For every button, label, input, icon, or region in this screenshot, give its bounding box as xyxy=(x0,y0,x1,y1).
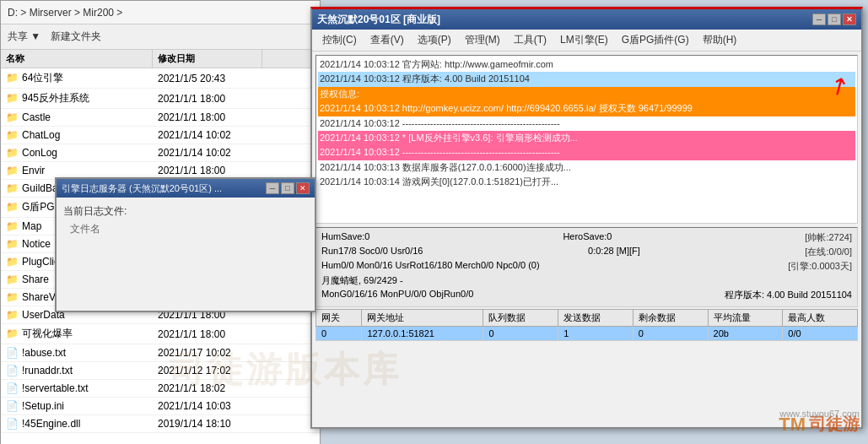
log-line: 2021/1/14 10:03:12 ---------------------… xyxy=(318,145,855,160)
ping-status: [帅帐:2724] xyxy=(805,231,852,244)
status-bar: HumSave:0 HeroSave:0 [帅帐:2724] Run17/8 S… xyxy=(315,227,858,307)
file-row[interactable]: 📄!servertable.txt 2021/1/1 18:02 xyxy=(1,380,320,398)
menu-item[interactable]: 控制(C) xyxy=(315,31,364,49)
current-log-label: 当前日志文件: xyxy=(63,204,308,219)
file-date: 2019/1/14 18:10 xyxy=(153,417,262,430)
file-name: 📄!Setup.ini xyxy=(1,399,153,413)
hum-save: HumSave:0 xyxy=(321,231,369,244)
small-window-content: 当前日志文件: 文件名 xyxy=(57,198,315,243)
time-info: 0:0:28 [M][F] xyxy=(588,246,640,258)
log-lines-container: 2021/1/14 10:03:12 官方网站: http://www.game… xyxy=(318,57,855,190)
file-row[interactable]: 📄!runaddr.txt 2021/1/12 17:02 xyxy=(1,362,320,380)
explorer-toolbar: 共享 ▼ 新建文件夹 xyxy=(1,24,320,50)
engine-status: [引擎:0.0003天] xyxy=(788,260,852,273)
file-row[interactable]: 📄!45Engine.dll 2019/1/14 18:10 xyxy=(1,415,320,433)
network-header-row: 网关网关地址队列数据发送数据剩余数据平均流量最高人数 xyxy=(316,310,858,327)
status-row-2: Run17/8 Soc0/0 Usr0/16 0:0:28 [M][F] [在线… xyxy=(321,246,852,258)
status-row-5: MonG0/16/16 MonPU/0/0 ObjRun0/0 程序版本: 4.… xyxy=(321,289,852,301)
file-row[interactable]: 📁ConLog 2021/1/14 10:02 xyxy=(1,144,320,162)
file-date: 2021/1/5 20:43 xyxy=(153,72,262,85)
new-folder-button[interactable]: 新建文件夹 xyxy=(51,30,101,44)
net-address: 127.0.0.1:51821 xyxy=(362,327,483,341)
file-row[interactable]: 📁ChatLog 2021/1/14 10:02 xyxy=(1,127,320,144)
col-header-name: 名称 xyxy=(1,50,153,68)
mon-pu: MonG0/16/16 MonPU/0/0 ObjRun0/0 xyxy=(321,289,473,301)
network-data-row[interactable]: 0 127.0.0.1:51821 0 1 0 20b 0/0 xyxy=(316,327,858,341)
net-queue: 0 xyxy=(483,327,558,341)
small-minimize-btn[interactable]: ─ xyxy=(266,182,279,194)
menu-item[interactable]: 选项(P) xyxy=(411,31,458,49)
share-button[interactable]: 共享 ▼ xyxy=(8,30,40,44)
status-row-3: Hum0/0 Mon0/16 UsrRot16/180 Merch0/0 Npc… xyxy=(321,260,852,273)
file-date: 2021/1/1 18:00 xyxy=(153,111,262,124)
file-date: 2021/1/12 17:02 xyxy=(153,364,262,377)
file-row[interactable]: 📁64位引擎 2021/1/5 20:43 xyxy=(1,68,320,89)
file-name: 📁945反外挂系统 xyxy=(1,90,153,106)
network-table-header: 最高人数 xyxy=(783,310,858,327)
app-menubar: 控制(C)查看(V)选项(P)管理(M)工具(T)LM引擎(E)G盾PG插件(G… xyxy=(312,30,861,51)
file-date: 2021/1/17 10:02 xyxy=(153,346,262,360)
menu-item[interactable]: 帮助(H) xyxy=(696,31,744,49)
small-log-window: 引擎日志服务器 (天煞沉默20号01区) ... ─ □ ✕ 当前日志文件: 文… xyxy=(55,177,316,312)
small-window-controls: ─ □ ✕ xyxy=(266,182,310,194)
menu-item[interactable]: G盾PG插件(G) xyxy=(615,31,696,49)
watermark-url: www.stuyou67.com xyxy=(779,409,860,419)
file-name: 📁Castle xyxy=(1,111,153,124)
app-log-area[interactable]: 2021/1/14 10:03:12 官方网站: http://www.game… xyxy=(315,55,858,224)
file-date: 2021/1/1 18:00 xyxy=(153,328,262,341)
file-date: 2021/1/14 10:02 xyxy=(153,146,262,160)
file-name: 📄!abuse.txt xyxy=(1,346,153,360)
network-table-head: 网关网关地址队列数据发送数据剩余数据平均流量最高人数 xyxy=(316,310,858,327)
close-button[interactable]: ✕ xyxy=(843,14,856,25)
filename-value: 文件名 xyxy=(70,222,308,236)
small-close-btn[interactable]: ✕ xyxy=(296,182,310,194)
file-row[interactable]: 📁945反外挂系统 2021/1/1 18:00 xyxy=(1,89,320,109)
net-max-users: 0/0 xyxy=(783,327,858,341)
minimize-button[interactable]: ─ xyxy=(812,14,826,25)
menu-item[interactable]: 查看(V) xyxy=(364,31,411,49)
file-date: 2021/1/1 18:00 xyxy=(153,92,262,106)
moon-worm: 月魔蜻蜓, 69/2429 - xyxy=(321,274,403,287)
network-table-header: 剩余数据 xyxy=(633,310,708,327)
file-name: 📄!45Engine.dll xyxy=(1,417,153,430)
menu-item[interactable]: 工具(T) xyxy=(507,31,553,49)
file-name: 📄!runaddr.txt xyxy=(1,364,153,377)
file-row[interactable]: 📁可视化爆率 2021/1/1 18:00 xyxy=(1,324,320,344)
net-send: 1 xyxy=(558,327,633,341)
log-line: 授权信息: xyxy=(318,87,855,101)
file-row[interactable]: 📁Castle 2021/1/1 18:00 xyxy=(1,109,320,127)
small-restore-btn[interactable]: □ xyxy=(281,182,294,194)
file-date: 2021/1/14 10:03 xyxy=(153,399,262,413)
file-name: 📁可视化爆率 xyxy=(1,326,153,342)
menu-item[interactable]: LM引擎(E) xyxy=(553,31,615,49)
file-row[interactable]: 📄!abuse.txt 2021/1/17 10:02 xyxy=(1,344,320,362)
menu-item[interactable]: 管理(M) xyxy=(458,31,507,49)
hum-mon: Hum0/0 Mon0/16 UsrRot16/180 Merch0/0 Npc… xyxy=(321,260,540,273)
file-name: 📁64位引擎 xyxy=(1,70,153,86)
log-line: 2021/1/14 10:03:12 * [LM反外挂引擎v3.6]: 引擎扇形… xyxy=(318,131,855,145)
log-line: 2021/1/14 10:03:12 程序版本: 4.00 Build 2015… xyxy=(318,72,855,86)
file-name: 📁ChatLog xyxy=(1,128,153,142)
network-table-header: 平均流量 xyxy=(708,310,783,327)
hero-save: HeroSave:0 xyxy=(563,231,612,244)
file-date: 2021/1/1 18:02 xyxy=(153,382,262,395)
app-title: 天煞沉默20号01区 [商业版] xyxy=(317,13,440,27)
network-table-header: 网关地址 xyxy=(362,310,483,327)
small-window-title: 引擎日志服务器 (天煞沉默20号01区) ... xyxy=(62,182,222,195)
file-list-header: 名称 修改日期 xyxy=(1,50,320,68)
file-name: 📄!servertable.txt xyxy=(1,382,153,395)
version-status: 程序版本: 4.00 Build 20151104 xyxy=(725,289,852,301)
network-table-header: 网关 xyxy=(316,310,362,327)
log-line: 2021/1/14 10:03:12 http://gomkey.ucizz.c… xyxy=(318,101,855,116)
titlebar-controls: ─ □ ✕ xyxy=(812,14,856,25)
app-titlebar: 天煞沉默20号01区 [商业版] ─ □ ✕ xyxy=(312,9,861,30)
file-name: 📁ConLog xyxy=(1,146,153,160)
app-main-window: 天煞沉默20号01区 [商业版] ─ □ ✕ 控制(C)查看(V)选项(P)管理… xyxy=(310,7,863,429)
file-name: 📁Envir xyxy=(1,164,153,177)
menu-items-container: 控制(C)查看(V)选项(P)管理(M)工具(T)LM引擎(E)G盾PG插件(G… xyxy=(315,31,743,49)
restore-button[interactable]: □ xyxy=(828,14,841,25)
log-line: 2021/1/14 10:03:12 官方网站: http://www.game… xyxy=(318,57,855,72)
small-window-titlebar: 引擎日志服务器 (天煞沉默20号01区) ... ─ □ ✕ xyxy=(57,179,315,198)
network-table-body: 0 127.0.0.1:51821 0 1 0 20b 0/0 xyxy=(316,327,858,341)
file-row[interactable]: 📄!Setup.ini 2021/1/14 10:03 xyxy=(1,398,320,415)
